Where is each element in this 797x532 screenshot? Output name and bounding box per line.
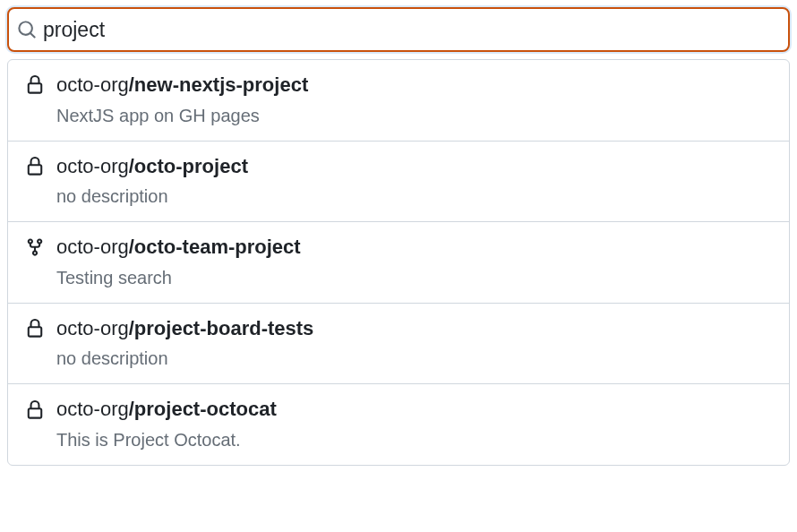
result-title-row: octo-org/octo-project [24,154,773,180]
result-title: octo-org/project-board-tests [56,316,313,342]
result-title: octo-org/new-nextjs-project [56,73,308,99]
result-title: octo-org/octo-project [56,154,248,180]
result-owner: octo-org [56,398,129,420]
result-title-row: octo-org/new-nextjs-project [24,73,773,99]
lock-icon [24,156,46,177]
result-owner: octo-org [56,155,129,177]
search-box[interactable] [7,7,790,52]
result-title: octo-org/octo-team-project [56,235,301,261]
search-results-list: octo-org/new-nextjs-project NextJS app o… [7,59,790,466]
result-name: octo-project [134,155,248,177]
search-result-item[interactable]: octo-org/octo-project no description [8,142,789,223]
result-title: octo-org/project-octocat [56,397,277,423]
search-input[interactable] [43,18,776,42]
result-owner: octo-org [56,236,129,258]
fork-icon [24,236,46,258]
search-container: octo-org/new-nextjs-project NextJS app o… [7,7,790,466]
result-description: Testing search [56,268,773,288]
lock-icon [24,74,46,96]
result-name: new-nextjs-project [134,73,308,96]
result-owner: octo-org [56,317,129,339]
result-description: This is Project Octocat. [56,430,773,450]
result-description: no description [56,348,773,369]
lock-icon [24,318,46,339]
result-name: project-board-tests [134,317,313,339]
result-description: no description [56,186,773,207]
search-result-item[interactable]: octo-org/octo-team-project Testing searc… [8,222,789,304]
result-title-row: octo-org/octo-team-project [24,235,773,261]
search-icon [21,19,43,40]
search-result-item[interactable]: octo-org/project-octocat This is Project… [8,384,789,465]
result-name: octo-team-project [134,236,301,258]
result-title-row: octo-org/project-board-tests [24,316,773,342]
result-title-row: octo-org/project-octocat [24,397,773,423]
result-name: project-octocat [134,398,277,420]
result-description: NextJS app on GH pages [56,106,773,126]
search-result-item[interactable]: octo-org/new-nextjs-project NextJS app o… [8,60,789,142]
lock-icon [24,399,46,421]
result-owner: octo-org [56,73,129,96]
search-result-item[interactable]: octo-org/project-board-tests no descript… [8,304,789,385]
